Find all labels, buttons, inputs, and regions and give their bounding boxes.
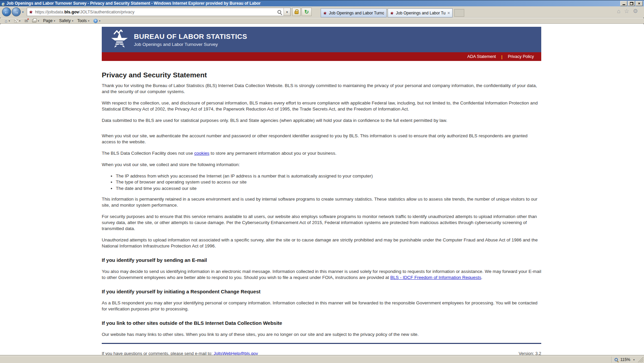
section-heading-change-request: If you identify yourself by initiating a… (102, 289, 541, 294)
list-item: The type of browser and operating system… (116, 179, 541, 186)
chevron-down-icon: ▾ (88, 19, 89, 22)
command-bar: ⌂ ▾ ▾ ✉ ▾ Page ▾ Safety ▾ Tools ▾ ? ▾ (0, 18, 644, 24)
home-icon[interactable]: ⌂ (617, 8, 620, 14)
title-bar: e Job Openings and Labor Turnover Survey… (0, 0, 644, 6)
refresh-button[interactable]: ↻ (302, 8, 312, 16)
content-column: BUREAU OF LABOR STATISTICS Job Openings … (102, 27, 541, 356)
restore-button[interactable] (628, 1, 635, 6)
forward-arrow-icon: → (14, 9, 19, 15)
tab-label: Job Openings and Labor Turnov... (329, 11, 384, 15)
resize-grip[interactable] (638, 357, 643, 362)
cookies-link[interactable]: cookies (194, 151, 209, 156)
tools-menu-label: Tools (77, 18, 87, 23)
rss-feed-icon (14, 19, 18, 23)
contact-text: If you have questions or comments, pleas… (102, 351, 258, 356)
tab-strip: ★ Job Openings and Labor Turnov... ★ Job… (321, 8, 464, 18)
paragraph-collect-store: When you visit our site, we collect and … (102, 162, 541, 168)
footer-divider (102, 343, 541, 344)
bls-star-favicon-icon: ★ (29, 10, 33, 14)
collected-info-list: The IP address from which you accessed t… (110, 173, 541, 192)
close-button[interactable]: × (636, 1, 643, 6)
window-title: Job Openings and Labor Turnover Survey -… (6, 1, 260, 6)
print-menu-button[interactable]: ▾ (30, 18, 41, 23)
window-controls: × (620, 1, 643, 6)
section-heading-email: If you identify yourself by sending an E… (102, 257, 541, 263)
browser-toolbar-icons: ⌂ ☆ ⚙ (617, 8, 638, 14)
browser-window: e Job Openings and Labor Turnover Survey… (0, 0, 644, 363)
utility-nav-bar: ADA Statement | Privacy Policy (102, 52, 541, 61)
bls-star-logo-icon (110, 29, 129, 50)
minimize-button[interactable] (620, 1, 627, 6)
safety-menu-button[interactable]: Safety ▾ (57, 18, 75, 23)
home-icon: ⌂ (5, 19, 7, 23)
security-lock-button[interactable] (292, 8, 301, 16)
paragraph-email: You also may decide to send us identifyi… (102, 269, 541, 281)
page-menu-button[interactable]: Page ▾ (41, 18, 57, 23)
chevron-down-icon: ▾ (19, 19, 20, 22)
safety-menu-label: Safety (59, 18, 71, 23)
list-item: The IP address from which you accessed t… (116, 173, 541, 179)
ie-logo-icon: e (2, 1, 4, 6)
tab-favicon-icon: ★ (390, 11, 394, 15)
recent-pages-dropdown-icon[interactable]: ▾ (22, 10, 24, 14)
agency-name: BUREAU OF LABOR STATISTICS (134, 32, 247, 41)
minimize-icon (623, 2, 625, 5)
ada-statement-link[interactable]: ADA Statement (467, 54, 496, 59)
feeds-menu-button[interactable]: ▾ (12, 18, 22, 23)
close-icon: × (638, 2, 640, 5)
home-menu-button[interactable]: ⌂ ▾ (3, 18, 12, 23)
read-mail-button[interactable]: ✉ (22, 18, 30, 23)
address-bar[interactable]: ★ https://joltsdata.bls.gov/JOLTS/authen… (27, 8, 291, 16)
favorites-star-icon[interactable]: ☆ (624, 8, 629, 14)
bls-masthead: BUREAU OF LABOR STATISTICS Job Openings … (102, 27, 541, 52)
nav-separator: | (501, 54, 503, 59)
restore-icon (630, 2, 633, 5)
paragraph-statistical-purposes: Data submitted to the BLS are used for s… (102, 118, 541, 124)
tab-favicon-icon: ★ (323, 11, 327, 15)
foia-requests-link[interactable]: BLS - IDCF Freedom of Information Reques… (390, 275, 481, 280)
masthead-text: BUREAU OF LABOR STATISTICS Job Openings … (134, 32, 247, 47)
tab-label: Job Openings and Labor Tur... (396, 11, 446, 15)
back-button[interactable]: ← (2, 7, 11, 16)
help-icon: ? (93, 19, 98, 23)
version-text: Version: 3.2 (518, 351, 541, 356)
chevron-down-icon: ▾ (54, 19, 55, 22)
zoom-control-button[interactable]: 115% ▾ (611, 357, 637, 363)
search-icon[interactable] (277, 9, 282, 14)
chevron-down-icon: ▾ (99, 19, 100, 22)
mail-icon: ✉ (24, 19, 28, 23)
chevron-down-icon: ▾ (72, 19, 73, 22)
paragraph-change-request: As a BLS respondent you may alter your i… (102, 300, 541, 312)
chevron-down-icon: ▾ (9, 19, 10, 22)
paragraph-other-sites: Our website has many links to other site… (102, 332, 541, 338)
back-arrow-icon: ← (4, 9, 9, 15)
page-menu-label: Page (43, 18, 53, 23)
paragraph-intro: Thank you for visiting the Bureau of Lab… (102, 83, 541, 95)
refresh-icon: ↻ (304, 9, 309, 15)
tab-jolts-1[interactable]: ★ Job Openings and Labor Turnov... (321, 8, 387, 17)
list-item: The date and time you accessed our site (116, 186, 541, 192)
new-tab-button[interactable] (454, 9, 464, 17)
paragraph-authentication: When you visit our site, we authenticate… (102, 133, 541, 145)
page-title: Privacy and Security Statement (102, 71, 541, 79)
email-link[interactable]: JoltsWebHelp@bls.gov (214, 351, 258, 356)
section-heading-other-sites: If you link to other sites outside of th… (102, 320, 541, 326)
zoom-level: 115% (620, 357, 630, 362)
tab-close-icon[interactable]: × (446, 11, 450, 15)
chevron-down-icon: ▾ (633, 358, 635, 361)
paragraph-cookies: The BLS Data Collection Facility does no… (102, 150, 541, 156)
chevron-down-icon: ▾ (38, 19, 39, 22)
privacy-policy-link[interactable]: Privacy Policy (508, 54, 534, 59)
help-menu-button[interactable]: ? ▾ (91, 18, 102, 23)
lock-icon (295, 11, 299, 14)
url-text: https://joltsdata.bls.gov/JOLTS/authenti… (35, 10, 135, 14)
paragraph-retention: This information is permanently retained… (102, 196, 541, 208)
printer-icon (32, 19, 36, 22)
tools-menu-button[interactable]: Tools ▾ (75, 18, 91, 23)
page-footer: If you have questions or comments, pleas… (102, 351, 541, 356)
forward-button[interactable]: → (12, 7, 21, 16)
address-dropdown-button[interactable]: ▾ (284, 8, 290, 16)
tab-jolts-2-active[interactable]: ★ Job Openings and Labor Tur... × (388, 8, 453, 17)
settings-gear-icon[interactable]: ⚙ (633, 8, 638, 14)
zoom-magnifier-icon (614, 358, 619, 362)
